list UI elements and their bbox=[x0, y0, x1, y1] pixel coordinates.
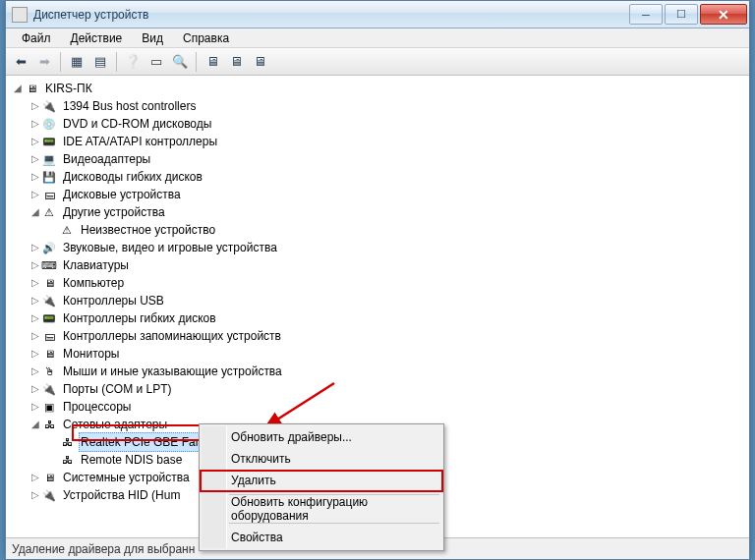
tree-item[interactable]: ▷🖴Контроллеры запоминающих устройств bbox=[6, 327, 749, 345]
window-buttons: ─ ☐ ✕ bbox=[629, 4, 749, 25]
device-icon: 💾 bbox=[41, 170, 57, 185]
tree-item[interactable]: ▷🔌Контроллеры USB bbox=[6, 292, 749, 309]
tree-item[interactable]: ▷📟Контроллеры гибких дисков bbox=[6, 309, 749, 327]
tree-item-label: Контроллеры запоминающих устройств bbox=[61, 327, 283, 345]
tree-item-label: Контроллеры гибких дисков bbox=[61, 309, 218, 327]
tree-twist-icon[interactable]: ▷ bbox=[29, 274, 41, 292]
device-icon: 🖱 bbox=[41, 364, 57, 379]
tree-item-unknown[interactable]: ⚠Неизвестное устройство bbox=[6, 221, 749, 239]
tree-item[interactable]: ▷📟IDE ATA/ATAPI контроллеры bbox=[6, 133, 749, 150]
update-driver-button[interactable]: 🖥 bbox=[202, 51, 223, 73]
tree-item-label: Remote NDIS base bbox=[79, 451, 184, 469]
back-button[interactable]: ⬅ bbox=[10, 51, 31, 73]
tree-twist-icon[interactable]: ▷ bbox=[29, 133, 41, 150]
tree-twist-icon[interactable]: ▷ bbox=[29, 345, 41, 363]
tree-twist-icon[interactable]: ▷ bbox=[29, 150, 41, 168]
window-title: Диспетчер устройств bbox=[33, 8, 148, 22]
status-text: Удаление драйвера для выбранн bbox=[12, 542, 195, 556]
device-icon: 📟 bbox=[41, 311, 57, 326]
tree-twist-icon[interactable]: ◢ bbox=[29, 416, 41, 433]
tree-item-label: Неизвестное устройство bbox=[79, 221, 217, 239]
toolbar: ⬅ ➡ ▦ ▤ ❔ ▭ 🔍 🖥 🖥 🖥 bbox=[6, 48, 749, 76]
tree-item[interactable]: ▷🖱Мыши и иные указывающие устройства bbox=[6, 363, 749, 380]
maximize-button[interactable]: ☐ bbox=[665, 4, 698, 25]
detail-button[interactable]: ▤ bbox=[89, 51, 111, 73]
tree-item[interactable]: ▷🔊Звуковые, видео и игровые устройства bbox=[6, 239, 749, 256]
tree-twist-icon[interactable]: ▷ bbox=[29, 309, 41, 327]
tree-item[interactable]: ▷💻Видеоадаптеры bbox=[6, 150, 749, 168]
close-button[interactable]: ✕ bbox=[700, 4, 747, 25]
tree-twist-icon[interactable]: ▷ bbox=[29, 363, 41, 380]
tree-item-label: Другие устройства bbox=[61, 203, 167, 221]
tree-item-label: IDE ATA/ATAPI контроллеры bbox=[61, 133, 219, 150]
device-icon: ▣ bbox=[41, 400, 57, 415]
tree-item-label: Сетевые адаптеры bbox=[61, 416, 169, 433]
device-icon: ⚠ bbox=[41, 205, 57, 220]
tree-twist-icon[interactable]: ◢ bbox=[29, 203, 41, 221]
device-icon: 🖧 bbox=[41, 418, 57, 432]
device-icon: 🖧 bbox=[59, 435, 75, 450]
tree-item-other[interactable]: ◢⚠Другие устройства bbox=[6, 203, 749, 221]
context-menu-separator bbox=[229, 523, 439, 524]
device-icon: 🖴 bbox=[41, 188, 57, 202]
menu-view[interactable]: Вид bbox=[132, 29, 173, 47]
tree-twist-icon[interactable]: ▷ bbox=[29, 398, 41, 416]
tree-item-label: Контроллеры USB bbox=[61, 292, 166, 309]
tree-twist-icon[interactable]: ▷ bbox=[29, 186, 41, 203]
tree-item-label: Компьютер bbox=[61, 274, 126, 292]
device-icon: 🖧 bbox=[59, 453, 75, 468]
device-icon: 🖥 bbox=[41, 347, 57, 362]
device-icon: 🔊 bbox=[41, 241, 57, 255]
device-icon: 🖥 bbox=[24, 82, 39, 96]
tree-item-label: Дисковые устройства bbox=[61, 186, 183, 203]
view-button[interactable]: ▦ bbox=[66, 51, 87, 73]
tree-item[interactable]: ▷🖥Мониторы bbox=[6, 345, 749, 363]
tree-twist-icon[interactable]: ▷ bbox=[29, 327, 41, 345]
menu-action[interactable]: Действие bbox=[61, 29, 133, 47]
tree-item[interactable]: ▷💿DVD и CD-ROM дисководы bbox=[6, 115, 749, 133]
ctx-disable[interactable]: Отключить bbox=[202, 448, 441, 470]
tree-twist-icon[interactable]: ◢ bbox=[12, 80, 24, 97]
help-button[interactable]: ❔ bbox=[122, 51, 144, 73]
device-icon: ⚠ bbox=[59, 223, 75, 238]
minimize-button[interactable]: ─ bbox=[629, 4, 663, 25]
device-icon: 🔌 bbox=[41, 488, 57, 503]
tree-item-label: Порты (COM и LPT) bbox=[61, 380, 174, 398]
tree-twist-icon[interactable]: ▷ bbox=[29, 292, 41, 309]
tree-item[interactable]: ▷💾Дисководы гибких дисков bbox=[6, 168, 749, 186]
tree-item[interactable]: ▷🔌1394 Bus host controllers bbox=[6, 97, 749, 115]
tree-twist-icon[interactable]: ▷ bbox=[29, 97, 41, 115]
tree-item-label: Звуковые, видео и игровые устройства bbox=[61, 239, 279, 256]
tree-item[interactable]: ▷🖴Дисковые устройства bbox=[6, 186, 749, 203]
tree-twist-icon[interactable]: ▷ bbox=[29, 469, 41, 486]
toolbar-divider bbox=[196, 52, 197, 72]
tree-twist-icon[interactable]: ▷ bbox=[29, 486, 41, 504]
tree-item-label: Устройства HID (Hum bbox=[61, 486, 182, 504]
titlebar[interactable]: Диспетчер устройств ─ ☐ ✕ bbox=[6, 1, 749, 28]
device-icon: 💿 bbox=[41, 117, 57, 132]
tree-twist-icon[interactable]: ▷ bbox=[29, 239, 41, 256]
disable-button[interactable]: 🖥 bbox=[249, 51, 270, 73]
ctx-properties[interactable]: Свойства bbox=[202, 527, 441, 548]
tree-root[interactable]: ◢🖥KIRS-ПК bbox=[6, 80, 749, 97]
menu-file[interactable]: Файл bbox=[12, 29, 61, 47]
ctx-uninstall[interactable]: Удалить bbox=[202, 470, 441, 491]
props-button[interactable]: ▭ bbox=[145, 51, 167, 73]
menu-help[interactable]: Справка bbox=[173, 29, 239, 47]
tree-twist-icon[interactable]: ▷ bbox=[29, 115, 41, 133]
forward-button[interactable]: ➡ bbox=[33, 51, 55, 73]
scan-button[interactable]: 🔍 bbox=[169, 51, 191, 73]
context-menu: Обновить драйверы... Отключить Удалить О… bbox=[199, 423, 444, 551]
tree-item[interactable]: ▷⌨Клавиатуры bbox=[6, 256, 749, 274]
tree-twist-icon[interactable]: ▷ bbox=[29, 256, 41, 274]
tree-twist-icon[interactable]: ▷ bbox=[29, 380, 41, 398]
tree-twist-icon[interactable]: ▷ bbox=[29, 168, 41, 186]
device-icon: 🔌 bbox=[41, 294, 57, 308]
uninstall-button[interactable]: 🖥 bbox=[225, 51, 247, 73]
tree-item[interactable]: ▷🔌Порты (COM и LPT) bbox=[6, 380, 749, 398]
ctx-scan-hardware[interactable]: Обновить конфигурацию оборудования bbox=[202, 498, 441, 520]
tree-item-label: Клавиатуры bbox=[61, 256, 131, 274]
tree-item[interactable]: ▷🖥Компьютер bbox=[6, 274, 749, 292]
tree-item[interactable]: ▷▣Процессоры bbox=[6, 398, 749, 416]
ctx-update-drivers[interactable]: Обновить драйверы... bbox=[202, 426, 441, 448]
